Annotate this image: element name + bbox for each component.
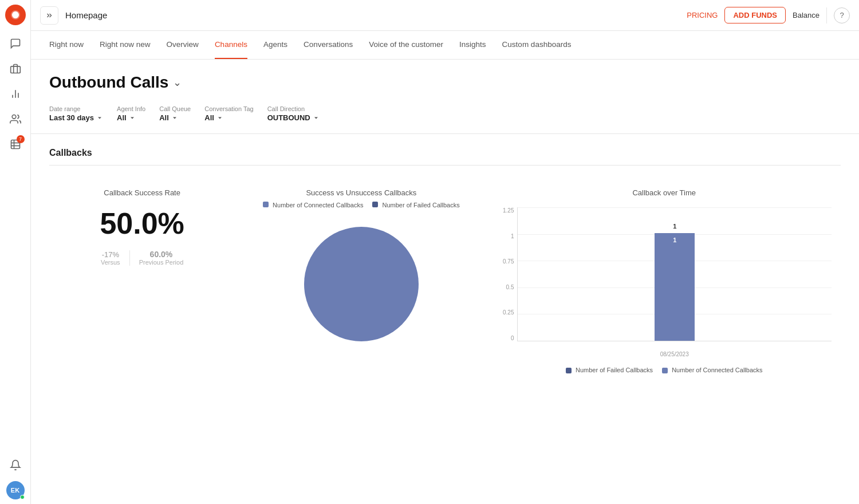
pie-chart-card: Success vs Unsuccess Callbacks Number of… [235,179,487,362]
date-range-dropdown[interactable]: Last 30 days [49,113,103,122]
bar-chart-card: Callback over Time 1.25 1 0.75 0.5 0.25 … [487,179,841,383]
bar-failed-label: Number of Failed Callbacks [576,367,653,373]
failed-dot [372,202,378,207]
x-label: 08/25/2023 [660,351,689,357]
bar-wrapper: 1 1 [655,233,695,341]
bars-container: 1 1 [518,233,832,341]
agent-info-label: Agent Info [117,105,145,112]
connected-label: Number of Connected Callbacks [273,202,363,208]
online-indicator [20,495,25,499]
callbacks-section: Callbacks Callback Success Rate 50.0% -1… [31,134,859,396]
tab-voice[interactable]: Voice of the customer [369,31,443,59]
tab-right-now-new[interactable]: Right now new [100,31,151,59]
contacts-nav-icon[interactable] [4,108,27,131]
agent-info-value: All [117,113,127,122]
charts-row: Callback Success Rate 50.0% -17% Versus … [49,179,841,383]
y-label-4: 0.5 [497,284,514,290]
conversation-tag-filter: Conversation Tag All [204,105,253,122]
app-logo[interactable] [5,5,26,25]
bar-chart-area: 1.25 1 0.75 0.5 0.25 0 [497,202,832,362]
outbound-calls-title: Outbound Calls [49,73,168,92]
call-queue-value: All [159,113,169,122]
grid-line [518,207,832,208]
success-rate-title: Callback Success Rate [58,188,226,197]
call-direction-dropdown[interactable]: OUTBOUND [267,113,320,122]
page-title: Homepage [65,10,107,20]
rate-prev-label: Previous Period [139,259,184,266]
bar-connected-label: Number of Connected Callbacks [672,367,762,373]
tab-agents[interactable]: Agents [263,31,287,59]
call-direction-label: Call Direction [267,105,320,112]
rate-previous: 60.0% Previous Period [130,250,184,266]
tab-right-now[interactable]: Right now [49,31,84,59]
pie-chart-title: Success vs Unsuccess Callbacks [244,188,478,197]
tab-insights[interactable]: Insights [459,31,486,59]
user-initials: EK [11,487,19,494]
notification-badge: 7 [17,135,25,143]
bar-failed-dot [566,368,572,373]
date-range-label: Date range [49,105,103,112]
callback-success-rate-card: Callback Success Rate 50.0% -17% Versus … [49,179,235,275]
call-queue-filter: Call Queue All [159,105,191,122]
report-nav-icon[interactable] [4,82,27,105]
sidebar: 7 EK [0,0,31,504]
success-rate-sub: -17% Versus 60.0% Previous Period [58,250,226,266]
main-content: Homepage PRICING ADD FUNDS Balance ? Rig… [31,0,859,504]
call-direction-filter: Call Direction OUTBOUND [267,105,320,122]
agent-info-dropdown[interactable]: All [117,113,145,122]
conversation-tag-label: Conversation Tag [204,105,253,112]
pricing-link[interactable]: PRICING [687,11,718,19]
call-queue-dropdown[interactable]: All [159,113,191,122]
y-label-1: 1.25 [497,207,514,214]
x-axis: 08/25/2023 [517,351,832,357]
call-direction-value: OUTBOUND [267,113,310,122]
pie-chart-visual [244,215,478,353]
topbar: Homepage PRICING ADD FUNDS Balance ? [31,0,859,31]
date-range-filter: Date range Last 30 days [49,105,103,122]
content-area: Right now Right now new Overview Channel… [31,31,859,504]
tab-conversations[interactable]: Conversations [304,31,353,59]
bar-chart-legend: Number of Failed Callbacks Number of Con… [497,367,832,373]
filters-bar: Date range Last 30 days Agent Info All C… [31,101,859,134]
agent-info-filter: Agent Info All [117,105,145,122]
table-nav-icon[interactable]: 7 [4,133,27,156]
pie-legend-failed: Number of Failed Callbacks [372,202,459,208]
callbacks-section-title: Callbacks [49,148,841,166]
chat-nav-icon[interactable] [4,32,27,55]
y-label-2: 1 [497,233,514,239]
collapse-sidebar-button[interactable] [40,6,58,25]
pie-legend-connected: Number of Connected Callbacks [263,202,363,208]
pie-legend: Number of Connected Callbacks Number of … [244,202,478,208]
y-label-6: 0 [497,335,514,341]
topbar-divider [826,7,827,23]
date-range-value: Last 30 days [49,113,94,122]
bar-legend-failed: Number of Failed Callbacks [566,367,653,373]
help-button[interactable]: ? [834,7,850,23]
rate-versus-label: Versus [101,259,120,266]
bar-top-label: 1 [673,223,676,230]
bell-nav-icon[interactable] [4,454,27,477]
bar-legend-connected: Number of Connected Callbacks [662,367,762,373]
add-funds-button[interactable]: ADD FUNDS [724,7,786,23]
svg-point-10 [304,227,419,341]
topbar-actions: PRICING ADD FUNDS Balance ? [687,7,850,23]
tab-overview[interactable]: Overview [167,31,199,59]
ticket-nav-icon[interactable] [4,57,27,80]
title-dropdown-icon[interactable]: ⌄ [173,76,182,89]
user-avatar[interactable]: EK [6,481,25,499]
y-label-3: 0.75 [497,258,514,265]
conversation-tag-value: All [204,113,214,122]
failed-label: Number of Failed Callbacks [383,202,460,208]
bar-column: 1 [655,233,695,341]
call-queue-label: Call Queue [159,105,191,112]
rate-versus: -17% Versus [101,250,130,266]
tab-channels[interactable]: Channels [215,31,247,59]
bar-chart-inner: 1 1 [517,207,832,341]
success-rate-value: 50.0% [58,206,226,241]
bar-inner-label: 1 [673,233,676,243]
bar-chart-title: Callback over Time [497,188,832,197]
conversation-tag-dropdown[interactable]: All [204,113,253,122]
y-axis: 1.25 1 0.75 0.5 0.25 0 [497,207,514,341]
rate-change-value: -17% [101,250,120,259]
tab-custom-dashboards[interactable]: Custom dashboards [502,31,572,59]
